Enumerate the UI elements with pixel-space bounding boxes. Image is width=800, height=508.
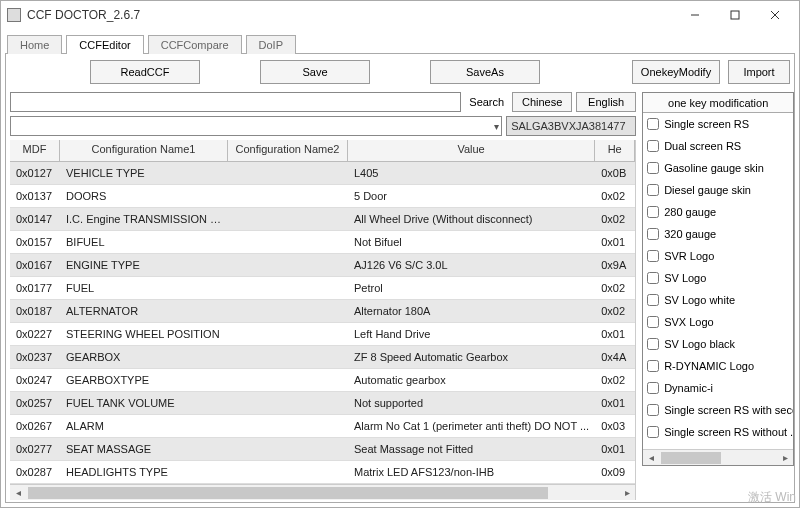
table-row[interactable]: 0x0237GEARBOXZF 8 Speed Automatic Gearbo… xyxy=(10,346,635,369)
onekey-item[interactable]: Dual screen RS xyxy=(643,135,793,157)
onekey-label: SV Logo black xyxy=(664,338,735,350)
cell-hex: 0x02 xyxy=(595,213,635,225)
onekey-label: 280 gauge xyxy=(664,206,716,218)
side-hscrollbar[interactable]: ◂▸ xyxy=(643,449,793,465)
config-grid: MDF Configuration Name1 Configuration Na… xyxy=(10,140,636,500)
cell-name1: ENGINE TYPE xyxy=(60,259,228,271)
onekey-item[interactable]: Dynamic-i xyxy=(643,377,793,399)
onekey-checkbox[interactable] xyxy=(647,184,659,196)
onekey-checkbox[interactable] xyxy=(647,228,659,240)
cell-hex: 0x02 xyxy=(595,305,635,317)
cell-value: Petrol xyxy=(348,282,595,294)
table-row[interactable]: 0x0127VEHICLE TYPEL4050x0B xyxy=(10,162,635,185)
saveas-button[interactable]: SaveAs xyxy=(430,60,540,84)
cell-mdf: 0x0147 xyxy=(10,213,60,225)
onekey-item[interactable]: SVX Logo xyxy=(643,311,793,333)
cell-value: Not Bifuel xyxy=(348,236,595,248)
tab-doip[interactable]: DoIP xyxy=(246,35,296,54)
cell-mdf: 0x0167 xyxy=(10,259,60,271)
onekey-item[interactable]: 280 gauge xyxy=(643,201,793,223)
onekey-item[interactable]: SV Logo xyxy=(643,267,793,289)
table-row[interactable]: 0x0287HEADLIGHTS TYPEMatrix LED AFS123/n… xyxy=(10,461,635,484)
search-input[interactable] xyxy=(10,92,461,112)
onekey-checkbox[interactable] xyxy=(647,404,659,416)
onekey-item[interactable]: R-DYNAMIC Logo xyxy=(643,355,793,377)
onekey-checkbox[interactable] xyxy=(647,272,659,284)
onekey-item[interactable]: Gasoline gauge skin xyxy=(643,157,793,179)
tab-ccfcompare[interactable]: CCFCompare xyxy=(148,35,242,54)
onekey-checkbox[interactable] xyxy=(647,338,659,350)
onekey-checkbox[interactable] xyxy=(647,426,659,438)
onekey-item[interactable]: SV Logo white xyxy=(643,289,793,311)
readccf-button[interactable]: ReadCCF xyxy=(90,60,200,84)
chinese-button[interactable]: Chinese xyxy=(512,92,572,112)
col-mdf[interactable]: MDF xyxy=(10,140,60,161)
search-label: Search xyxy=(465,96,508,108)
onekey-checkbox[interactable] xyxy=(647,162,659,174)
table-row[interactable]: 0x0227STEERING WHEEL POSITIONLeft Hand D… xyxy=(10,323,635,346)
table-row[interactable]: 0x0167ENGINE TYPEAJ126 V6 S/C 3.0L0x9A xyxy=(10,254,635,277)
config-dropdown[interactable]: ▾ xyxy=(10,116,502,136)
close-button[interactable] xyxy=(755,3,795,27)
onekey-checkbox[interactable] xyxy=(647,360,659,372)
onekey-item[interactable]: Diesel gauge skin xyxy=(643,179,793,201)
cell-hex: 0x02 xyxy=(595,374,635,386)
window-title: CCF DOCTOR_2.6.7 xyxy=(27,8,675,22)
onekey-label: Diesel gauge skin xyxy=(664,184,751,196)
cell-value: Alarm No Cat 1 (perimeter anti theft) DO… xyxy=(348,420,595,432)
cell-value: Left Hand Drive xyxy=(348,328,595,340)
tab-home[interactable]: Home xyxy=(7,35,62,54)
table-row[interactable]: 0x0187ALTERNATORAlternator 180A0x02 xyxy=(10,300,635,323)
tab-ccfeditor[interactable]: CCFEditor xyxy=(66,35,143,54)
cell-hex: 0x03 xyxy=(595,420,635,432)
onekey-label: Single screen RS without . xyxy=(664,426,793,438)
chevron-down-icon: ▾ xyxy=(494,121,499,132)
table-row[interactable]: 0x0247GEARBOXTYPEAutomatic gearbox0x02 xyxy=(10,369,635,392)
table-row[interactable]: 0x0257FUEL TANK VOLUMENot supported0x01 xyxy=(10,392,635,415)
col-name1[interactable]: Configuration Name1 xyxy=(60,140,228,161)
grid-header: MDF Configuration Name1 Configuration Na… xyxy=(10,140,635,162)
col-hex[interactable]: He xyxy=(595,140,635,161)
onekey-item[interactable]: SVR Logo xyxy=(643,245,793,267)
onekey-checkbox[interactable] xyxy=(647,250,659,262)
table-row[interactable]: 0x0267ALARMAlarm No Cat 1 (perimeter ant… xyxy=(10,415,635,438)
table-row[interactable]: 0x0157BIFUELNot Bifuel0x01 xyxy=(10,231,635,254)
cell-value: Seat Massage not Fitted xyxy=(348,443,595,455)
tabs: Home CCFEditor CCFCompare DoIP xyxy=(1,29,799,53)
onekey-item[interactable]: Single screen RS with seco xyxy=(643,399,793,421)
english-button[interactable]: English xyxy=(576,92,636,112)
onekey-checkbox[interactable] xyxy=(647,294,659,306)
onekey-item[interactable]: SV Logo black xyxy=(643,333,793,355)
col-name2[interactable]: Configuration Name2 xyxy=(228,140,348,161)
import-button[interactable]: Import xyxy=(728,60,790,84)
table-row[interactable]: 0x0137DOORS5 Door0x02 xyxy=(10,185,635,208)
onekey-checkbox[interactable] xyxy=(647,118,659,130)
watermark: 激活 Win xyxy=(748,489,796,506)
cell-hex: 0x4A xyxy=(595,351,635,363)
grid-hscrollbar[interactable]: ◂▸ xyxy=(10,484,635,500)
onekey-checkbox[interactable] xyxy=(647,206,659,218)
save-button[interactable]: Save xyxy=(260,60,370,84)
onekey-item[interactable]: 320 gauge xyxy=(643,223,793,245)
cell-mdf: 0x0277 xyxy=(10,443,60,455)
onekey-item[interactable]: Single screen RS without . xyxy=(643,421,793,443)
table-row[interactable]: 0x0177FUELPetrol0x02 xyxy=(10,277,635,300)
onekey-checkbox[interactable] xyxy=(647,140,659,152)
cell-mdf: 0x0267 xyxy=(10,420,60,432)
maximize-button[interactable] xyxy=(715,3,755,27)
table-row[interactable]: 0x0147I.C. Engine TRANSMISSION - ...All … xyxy=(10,208,635,231)
onekey-checkbox[interactable] xyxy=(647,382,659,394)
onekey-item[interactable]: Single screen RS xyxy=(643,113,793,135)
minimize-button[interactable] xyxy=(675,3,715,27)
cell-hex: 0x09 xyxy=(595,466,635,478)
table-row[interactable]: 0x0277SEAT MASSAGESeat Massage not Fitte… xyxy=(10,438,635,461)
onekey-checkbox[interactable] xyxy=(647,316,659,328)
cell-hex: 0x0B xyxy=(595,167,635,179)
cell-hex: 0x01 xyxy=(595,328,635,340)
onekey-label: R-DYNAMIC Logo xyxy=(664,360,754,372)
vin-field[interactable]: SALGA3BVXJA381477 xyxy=(506,116,636,136)
onekeymodify-button[interactable]: OnekeyModify xyxy=(632,60,720,84)
col-value[interactable]: Value xyxy=(348,140,595,161)
onekey-label: SVR Logo xyxy=(664,250,714,262)
onekey-label: SV Logo xyxy=(664,272,706,284)
